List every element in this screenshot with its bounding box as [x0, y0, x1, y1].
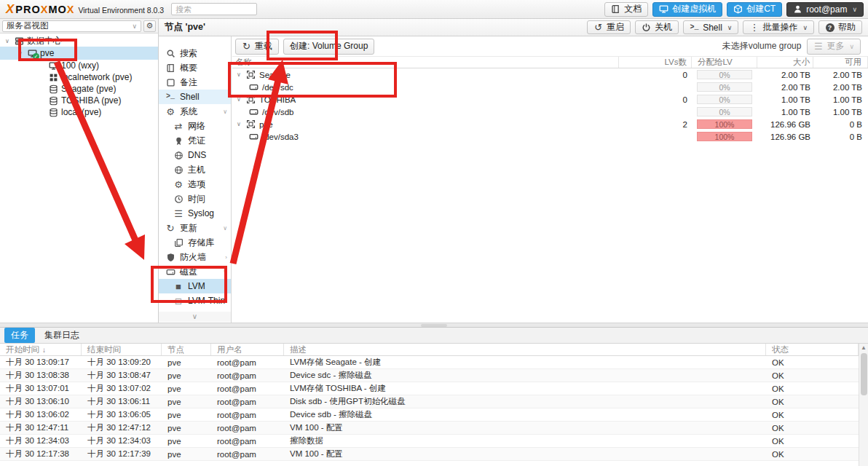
- menu-item-hosts[interactable]: 主机: [159, 162, 231, 177]
- menu-item-disks[interactable]: 磁盘∨: [159, 264, 231, 279]
- task-user: root@pam: [211, 437, 284, 446]
- lvm-row-seagate[interactable]: ∨Seagate00%2.00 TB2.00 TB: [232, 68, 868, 81]
- search-input[interactable]: [171, 3, 257, 15]
- tab-cluster-log[interactable]: 集群日志: [38, 328, 86, 343]
- menu-item-dns[interactable]: DNS: [159, 148, 231, 162]
- create-ct-button[interactable]: 创建CT: [727, 2, 782, 17]
- create-vm-button[interactable]: 创建虚拟机: [652, 2, 722, 17]
- caret-down-icon[interactable]: ∨: [4, 38, 11, 44]
- tasks-scrollbar[interactable]: ▲: [859, 344, 868, 466]
- column-header-user[interactable]: 用户名: [211, 344, 284, 355]
- task-start-time: 十月 30 13:09:17: [0, 357, 82, 368]
- task-row[interactable]: 十月 30 12:34:03十月 30 12:34:03pveroot@pam擦…: [0, 435, 868, 448]
- caret-down-icon[interactable]: ∨: [235, 71, 242, 78]
- db-icon: [48, 107, 58, 117]
- caret-down-icon[interactable]: ∨: [223, 225, 227, 232]
- tree-item-vm-100[interactable]: 100 (wxy): [0, 60, 158, 71]
- menu-item-repositories[interactable]: 存储库: [159, 235, 231, 250]
- column-header-status[interactable]: 状态: [766, 344, 859, 355]
- menu-item-firewall[interactable]: 防火墙›: [159, 250, 231, 264]
- task-user: root@pam: [211, 358, 284, 367]
- column-header-allocated[interactable]: 分配给LV: [692, 57, 757, 68]
- column-header-size[interactable]: 大小: [757, 57, 813, 68]
- view-mode-select[interactable]: 服务器视图 ∨: [2, 20, 141, 32]
- column-header-start-time[interactable]: 开始时间↓: [0, 344, 82, 355]
- menu-item-lvm[interactable]: ■LVM: [159, 279, 231, 293]
- task-row[interactable]: 十月 30 13:07:01十月 30 13:07:02pveroot@pamL…: [0, 382, 868, 395]
- column-header-free[interactable]: 可用: [813, 57, 868, 68]
- lvm-row-dev-sda3[interactable]: /dev/sda3100%126.96 GB0 B: [232, 130, 868, 143]
- task-row[interactable]: 十月 30 13:06:02十月 30 13:06:05pveroot@pamD…: [0, 408, 868, 422]
- menu-item-shell[interactable]: >_Shell: [159, 90, 231, 104]
- caret-down-icon[interactable]: ∨: [223, 108, 227, 115]
- tree-item-toshiba[interactable]: TOSHIBA (pve): [0, 95, 158, 106]
- lvm-row-dev-sdc[interactable]: /dev/sdc0%2.00 TB2.00 TB: [232, 81, 868, 93]
- globe-icon: [173, 165, 184, 175]
- task-description: LVM存储 Seagate - 创建: [284, 357, 766, 368]
- menu-item-updates[interactable]: ↻更新∨: [159, 221, 231, 235]
- user-icon: [793, 4, 802, 14]
- lvm-row-toshiba[interactable]: ∨TOSHIBA00%1.00 TB1.00 TB: [232, 93, 868, 106]
- task-user: root@pam: [211, 450, 284, 459]
- caret-down-icon[interactable]: ∨: [17, 50, 24, 57]
- tree-item-local[interactable]: local (pve): [0, 106, 158, 118]
- menu-item-notes[interactable]: 备注: [159, 75, 231, 90]
- menu-item-certificates[interactable]: 凭证: [159, 133, 231, 148]
- column-header-end-time[interactable]: 结束时间: [82, 344, 162, 355]
- tab-tasks[interactable]: 任务: [4, 328, 35, 343]
- tree-item-datacenter[interactable]: ∨数据中心: [0, 35, 158, 47]
- task-status: OK: [766, 371, 859, 380]
- panel-splitter[interactable]: [0, 323, 868, 328]
- lvm-row-dev-sdb[interactable]: /dev/sdb0%1.00 TB1.00 TB: [232, 106, 868, 118]
- column-header-node[interactable]: 节点: [162, 344, 211, 355]
- menu-item-search[interactable]: 搜索: [159, 46, 231, 60]
- scrollbar-thumb[interactable]: [861, 353, 867, 395]
- task-table-header: 开始时间↓ 结束时间 节点 用户名 描述 状态: [0, 344, 868, 356]
- task-row[interactable]: 十月 30 12:17:38十月 30 12:17:39pveroot@pamV…: [0, 448, 868, 461]
- column-header-lvs[interactable]: LVs数: [619, 57, 692, 68]
- menu-item-syslog[interactable]: ☰Syslog: [159, 206, 231, 221]
- task-row[interactable]: 十月 30 12:47:11十月 30 12:47:12pveroot@pamV…: [0, 422, 868, 435]
- caret-right-icon[interactable]: ›: [225, 254, 227, 261]
- more-button[interactable]: ☰更多∨: [807, 39, 861, 55]
- tree-item-seagate[interactable]: Seagate (pve): [0, 83, 158, 95]
- task-row[interactable]: 十月 30 13:08:38十月 30 13:08:47pveroot@pamD…: [0, 369, 868, 382]
- size-value: 126.96 GB: [757, 120, 813, 129]
- hdd-icon: [165, 266, 175, 277]
- menu-item-lvm-thin[interactable]: □LVM-Thin: [159, 293, 231, 308]
- task-start-time: 十月 30 13:06:02: [0, 409, 82, 420]
- reload-button[interactable]: ↻重载: [235, 39, 279, 55]
- caret-down-icon[interactable]: ∨: [223, 269, 227, 275]
- splitter-handle[interactable]: [421, 324, 447, 327]
- lvm-row-pve[interactable]: ∨pve2100%126.96 GB0 B: [232, 118, 868, 130]
- scroll-up-icon[interactable]: ▲: [859, 344, 868, 352]
- caret-down-icon[interactable]: ∨: [235, 121, 242, 127]
- lvm-table-body: ∨Seagate00%2.00 TB2.00 TB/dev/sdc0%2.00 …: [232, 68, 868, 143]
- column-header-name[interactable]: 名称: [232, 57, 619, 68]
- task-row[interactable]: 十月 30 13:06:10十月 30 13:06:11pveroot@pamD…: [0, 395, 868, 408]
- bulk-actions-button[interactable]: ⋮批量操作∨: [743, 20, 814, 34]
- documentation-button[interactable]: 文档: [604, 2, 648, 17]
- menu-item-time[interactable]: 时间: [159, 191, 231, 206]
- chevron-down-icon: ∨: [849, 43, 854, 50]
- shutdown-button[interactable]: 关机: [635, 20, 679, 34]
- restart-button[interactable]: ↺重启: [587, 20, 631, 34]
- menu-item-network[interactable]: ⇄网络: [159, 119, 231, 133]
- tree-item-localnetwork[interactable]: localnetwork (pve): [0, 71, 158, 83]
- shell-button[interactable]: >_Shell∨: [683, 20, 738, 34]
- menu-scroll-down[interactable]: ∨: [159, 312, 231, 322]
- task-row[interactable]: 十月 30 13:09:17十月 30 13:09:20pveroot@pamL…: [0, 356, 868, 369]
- user-menu-button[interactable]: root@pam∨: [786, 2, 864, 17]
- menu-item-summary[interactable]: 概要: [159, 60, 231, 75]
- menu-item-system[interactable]: ⚙系统∨: [159, 104, 231, 119]
- menu-item-options[interactable]: ⚙选项: [159, 177, 231, 191]
- create-volume-group-button[interactable]: 创建: Volume Group: [283, 39, 374, 55]
- caret-down-icon[interactable]: ∨: [235, 96, 242, 103]
- tree-settings-button[interactable]: ⚙: [143, 20, 156, 32]
- menu-item-label: DNS: [188, 150, 206, 160]
- menu-item-label: 存储库: [188, 237, 214, 249]
- column-header-description[interactable]: 描述: [284, 344, 766, 355]
- menu-item-label: 更新: [180, 222, 197, 234]
- tree-item-pve[interactable]: ∨✓pve: [0, 47, 158, 60]
- help-button[interactable]: ?帮助: [818, 20, 862, 34]
